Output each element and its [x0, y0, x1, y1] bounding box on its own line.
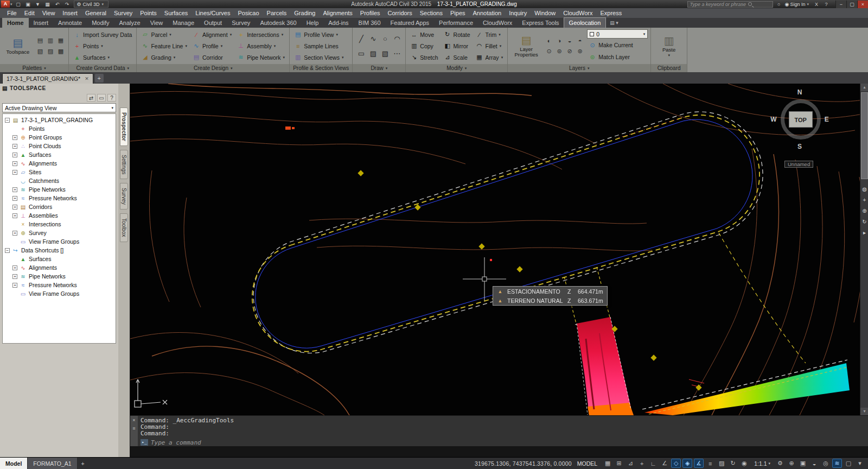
viewcube-west[interactable]: W	[770, 116, 776, 123]
help-icon[interactable]: ?	[822, 2, 830, 7]
menu-pipes[interactable]: Pipes	[446, 8, 469, 18]
status-clean-screen-icon[interactable]: ▢	[844, 459, 853, 468]
ribbon-tab-featured-apps[interactable]: Featured Apps	[386, 18, 435, 28]
model-space-toggle[interactable]: MODEL	[575, 460, 600, 467]
tree-item-17-3-1-plator-grading[interactable]: −▤17-3-1_PLATOR_GRADING	[3, 116, 116, 124]
intersections-button[interactable]: +Intersections▾	[235, 29, 286, 40]
panel-label-modify[interactable]: Modify▾	[406, 64, 507, 72]
coordinate-display[interactable]: 319675.1306, 7437541.3376, 0.0000	[475, 460, 572, 467]
tree-item-alignments[interactable]: +∿Alignments	[3, 159, 116, 168]
close-button[interactable]: ×	[857, 1, 868, 8]
app-menu-chevron-icon[interactable]: ▾	[10, 2, 12, 7]
zoom-icon[interactable]: ⊕	[861, 206, 868, 216]
toolspace-tab-settings[interactable]: Settings	[120, 150, 128, 179]
toolspace-help-icon[interactable]: ?	[107, 94, 116, 102]
tree-item-survey[interactable]: +⊕Survey	[3, 229, 116, 237]
status-dynamic-input-icon[interactable]: +	[637, 459, 647, 468]
menu-surfaces[interactable]: Surfaces	[161, 8, 192, 18]
tree-expander-icon[interactable]: +	[12, 265, 17, 270]
section-views-button[interactable]: ▥Section Views▾	[292, 52, 345, 62]
orbit-icon[interactable]: ↻	[861, 217, 868, 226]
object-viewer-icon[interactable]: ▩	[56, 46, 66, 56]
menu-annotation[interactable]: Annotation	[469, 8, 506, 18]
status-ortho-mode-icon[interactable]: ∟	[648, 459, 658, 468]
ribbon-tab-survey[interactable]: Survey	[227, 18, 255, 28]
ribbon-tab-annotate[interactable]: Annotate	[53, 18, 87, 28]
alignment-button[interactable]: ∕Alignment▾	[191, 29, 233, 40]
import-survey-data-button[interactable]: ↓ Import Survey Data	[72, 29, 133, 40]
tree-item-pipe-networks[interactable]: +≋Pipe Networks	[3, 185, 116, 194]
tree-expander-icon[interactable]: +	[12, 153, 17, 157]
pipe-network-button[interactable]: ≋Pipe Network▾	[235, 52, 286, 62]
ribbon-tab-express-tools[interactable]: Express Tools	[517, 18, 564, 28]
viewcube-south[interactable]: S	[763, 142, 837, 151]
layer-lock-icon[interactable]: ◓	[575, 35, 585, 46]
drawing-area[interactable]: ▲ ESTACIONAMENTO Z 664.471m ▲ TERRENO NA…	[130, 84, 868, 415]
tree-item-pressure-networks[interactable]: +≈Pressure Networks	[3, 194, 116, 202]
toolspace-tab-toolbox[interactable]: Toolbox	[120, 213, 128, 242]
qat-new-icon[interactable]: ▢	[14, 1, 23, 8]
menu-lines-curves[interactable]: Lines/Curves	[192, 8, 234, 18]
viewcube-north[interactable]: N	[763, 88, 837, 97]
tree-expander-icon[interactable]: +	[12, 283, 17, 288]
tree-item-sites[interactable]: +▱Sites	[3, 168, 116, 176]
tree-expander-icon[interactable]: +	[12, 213, 17, 218]
status-object-snap-tracking-icon[interactable]: ∡	[694, 459, 704, 468]
panel-label-palettes[interactable]: Palettes▾	[0, 64, 68, 72]
tree-item-point-clouds[interactable]: +∴Point Clouds	[3, 142, 116, 150]
ribbon-tab-cloudworx[interactable]: CloudWorx	[478, 18, 517, 28]
design-center-icon[interactable]: ▨	[46, 46, 55, 56]
tree-item-surfaces[interactable]: ▲Surfaces	[3, 255, 116, 263]
status-customization-icon[interactable]: ▾	[855, 459, 865, 468]
menu-points[interactable]: Points	[136, 8, 161, 18]
points-button[interactable]: + Points▾	[72, 41, 133, 51]
sample-lines-button[interactable]: ≡Sample Lines	[292, 41, 345, 51]
stretch-button[interactable]: ↘Stretch	[409, 52, 439, 62]
status-snap-mode-icon[interactable]: ⊞	[614, 459, 624, 468]
ribbon-tab-geolocation[interactable]: Geolocation	[564, 18, 606, 28]
layer-properties-button[interactable]: ▤ Layer Properties	[510, 29, 542, 63]
menu-view[interactable]: View	[39, 8, 59, 18]
status-annotation-visibility-icon[interactable]: ◉	[739, 459, 749, 468]
new-layout-button[interactable]: +	[78, 458, 88, 469]
ribbon-tab-modify[interactable]: Modify	[87, 18, 114, 28]
ribbon-tab-add-ins[interactable]: Add-ins	[323, 18, 353, 28]
tree-item-assemblies[interactable]: +⊥Assemblies	[3, 211, 116, 220]
tree-item-intersections[interactable]: ×Intersections	[3, 220, 116, 229]
close-tab-icon[interactable]: ✕	[85, 76, 89, 81]
menu-inquiry[interactable]: Inquiry	[505, 8, 531, 18]
navigation-wheel-icon[interactable]: ◍	[861, 185, 868, 194]
new-document-tab-button[interactable]: +	[95, 74, 104, 83]
layer-thaw-icon[interactable]: ⊚	[554, 46, 564, 56]
ribbon-minimize-icon[interactable]: ▤ ▾	[610, 18, 618, 28]
status-object-snap-icon[interactable]: ◇	[671, 459, 681, 468]
ribbon-tab-view[interactable]: View	[145, 18, 168, 28]
layer-select[interactable]: 0 ▾	[587, 29, 648, 39]
ribbon-tab-manage[interactable]: Manage	[168, 18, 199, 28]
maximize-button[interactable]: ▢	[846, 1, 857, 8]
tree-item-pressure-networks[interactable]: +≈Pressure Networks	[3, 281, 116, 289]
vertical-scrollbar[interactable]: ▴ ◍+⊕↻▸ ▾	[860, 84, 868, 415]
ribbon-tab-autodesk-360[interactable]: Autodesk 360	[255, 18, 301, 28]
status-transparency-icon[interactable]: ▨	[717, 459, 726, 468]
qat-undo-icon[interactable]: ↶	[53, 1, 62, 8]
tree-expander-icon[interactable]: +	[12, 144, 17, 149]
toolspace-tab-prospector[interactable]: Prospector	[120, 107, 128, 146]
minimize-button[interactable]: −	[835, 1, 846, 8]
menu-posicao[interactable]: Posicao	[234, 8, 263, 18]
ribbon-tab-help[interactable]: Help	[302, 18, 324, 28]
search-icon[interactable]	[748, 2, 752, 6]
panel-label-create-design[interactable]: Create Design▾	[137, 64, 289, 72]
sign-in-button[interactable]: ◉ Sign In ▾	[785, 2, 810, 7]
draw-circle-icon[interactable]: ○	[379, 31, 391, 46]
properties-palette-icon[interactable]: ▤	[35, 35, 45, 46]
menu-alignments[interactable]: Alignments	[319, 8, 356, 18]
menu-grading[interactable]: Grading	[290, 8, 319, 18]
status-3d-object-snap-icon[interactable]: ◈	[682, 459, 692, 468]
tree-expander-icon[interactable]: −	[5, 248, 10, 253]
draw-line-icon[interactable]: ╱	[355, 31, 367, 46]
tree-item-point-groups[interactable]: +⊕Point Groups	[3, 133, 116, 142]
ribbon-tab-bim-360[interactable]: BIM 360	[354, 18, 386, 28]
pan-icon[interactable]: +	[861, 195, 868, 205]
layer-freeze-icon[interactable]: ◒	[565, 35, 575, 46]
